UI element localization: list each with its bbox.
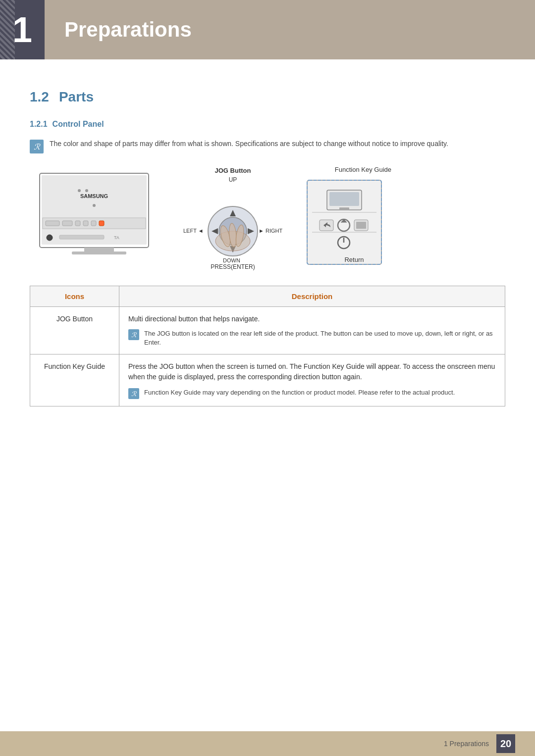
fkg-note-text: Function Key Guide may vary depending on… [144,388,455,397]
fkg-diagram: Function Key Guide [297,166,396,271]
svg-text:► RIGHT: ► RIGHT [259,228,282,234]
svg-rect-15 [91,221,96,226]
svg-rect-11 [46,221,59,226]
footer-text: 1 Preparations [444,740,489,748]
diagram-wrapper: SAMSUNG TA [30,166,505,271]
svg-text:DOWN: DOWN [223,257,240,263]
control-panel-heading: 1.2.1 Control Panel [30,120,505,129]
col-desc-header: Description [119,286,505,307]
jog-label: JOG Button [215,167,251,174]
svg-text:LEFT ◄: LEFT ◄ [183,228,204,234]
svg-point-6 [85,189,88,192]
jog-desc-cell: Multi directional button that helps navi… [119,307,505,354]
svg-rect-8 [84,248,114,252]
fkg-note-icon: ℛ [128,388,139,399]
svg-rect-12 [62,221,72,226]
svg-rect-41 [356,222,366,229]
svg-rect-9 [72,252,126,254]
parts-number: 1.2 [30,89,49,105]
table-row: Function Key Guide Press the JOG button … [30,354,505,406]
jog-icon-cell: JOG Button [30,307,119,354]
svg-rect-36 [339,207,349,210]
svg-point-17 [47,235,53,241]
jog-note-text: The JOG button is located on the rear le… [144,329,496,347]
svg-rect-16 [99,221,104,226]
col-icons-header: Icons [30,286,119,307]
fkg-desc-main: Press the JOG button when the screen is … [128,361,496,382]
jog-svg: LEFT ◄ ► RIGHT DOWN [178,184,287,268]
table-header-row: Icons Description [30,286,505,307]
jog-row-label: JOG Button [56,315,93,323]
header-stripes [0,0,15,59]
svg-text:SAMSUNG: SAMSUNG [80,193,108,199]
jog-press-label: PRESS(ENTER) [211,263,255,270]
jog-desc-main: Multi directional button that helps navi… [128,314,496,324]
note-icon: ℛ [30,140,44,153]
svg-rect-35 [329,192,359,206]
monitor-diagram: SAMSUNG TA [30,168,168,269]
fkg-desc-cell: Press the JOG button when the screen is … [119,354,505,406]
svg-text:ℛ: ℛ [34,143,41,151]
chapter-number: 1 [12,12,32,48]
parts-title: Parts [59,89,94,105]
monitor-svg: SAMSUNG TA [30,168,168,267]
chapter-title: Preparations [64,18,192,42]
note-block: ℛ The color and shape of parts may diffe… [30,139,505,153]
parts-heading: 1.2 Parts [30,89,505,105]
page-header: 1 Preparations [0,0,535,59]
svg-rect-14 [83,221,88,226]
fkg-table-note: ℛ Function Key Guide may vary depending … [128,388,496,399]
svg-rect-13 [75,221,80,226]
note-text: The color and shape of parts may differ … [50,139,448,149]
jog-note-icon: ℛ [128,329,139,340]
page-footer: 1 Preparations 20 [0,731,535,756]
fkg-icon-cell: Function Key Guide [30,354,119,406]
fkg-row-label: Function Key Guide [44,362,105,370]
info-table: Icons Description JOG Button Multi direc… [30,286,505,406]
fkg-svg: Return [297,175,386,269]
control-panel-number: 1.2.1 [30,120,48,129]
svg-rect-18 [59,235,104,239]
fkg-label: Function Key Guide [297,166,396,173]
footer-page-number: 20 [496,734,515,753]
jog-table-note: ℛ The JOG button is located on the rear … [128,329,496,347]
svg-point-7 [93,204,96,207]
svg-text:TA: TA [114,235,119,240]
svg-point-5 [78,189,81,192]
svg-rect-3 [42,175,147,245]
main-content: 1.2 Parts 1.2.1 Control Panel ℛ The colo… [0,59,535,426]
table-row: JOG Button Multi directional button that… [30,307,505,354]
control-panel-title: Control Panel [53,120,104,129]
svg-text:Return: Return [344,256,364,263]
jog-up-label: UP [229,176,237,183]
jog-diagram: JOG Button UP LE [168,167,297,270]
